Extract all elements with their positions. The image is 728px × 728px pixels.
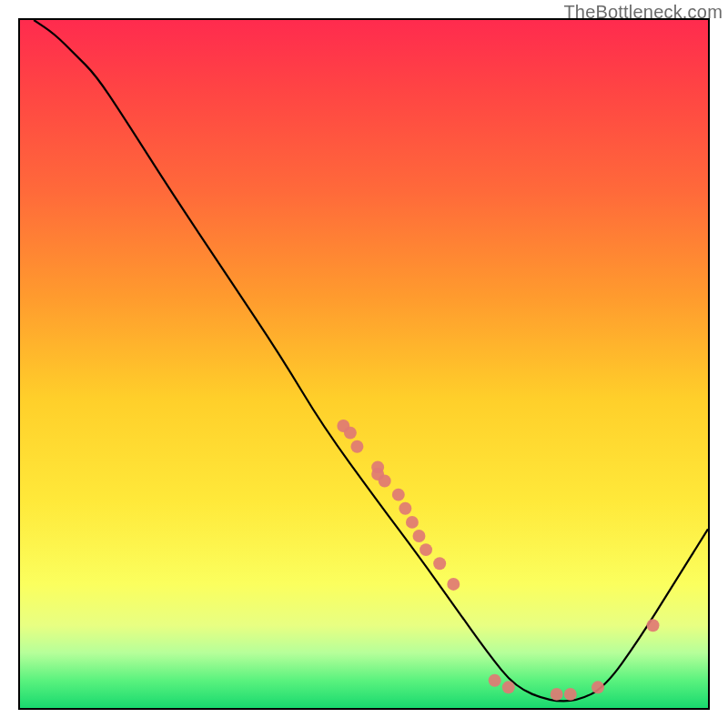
data-marker bbox=[502, 681, 515, 693]
data-marker bbox=[420, 543, 432, 556]
data-marker bbox=[592, 681, 604, 693]
data-marker bbox=[344, 427, 357, 440]
data-marker bbox=[406, 516, 419, 529]
data-marker bbox=[564, 688, 577, 701]
data-marker bbox=[399, 502, 411, 515]
data-marker bbox=[379, 475, 391, 488]
data-marker bbox=[433, 557, 446, 570]
curve-line bbox=[34, 20, 708, 701]
data-marker bbox=[647, 619, 660, 632]
data-markers bbox=[337, 420, 659, 701]
data-marker bbox=[350, 440, 363, 453]
chart-plot-area bbox=[18, 18, 710, 710]
data-marker bbox=[489, 674, 501, 687]
data-marker bbox=[551, 688, 563, 701]
data-marker bbox=[413, 530, 426, 542]
data-marker bbox=[447, 578, 460, 591]
data-marker bbox=[392, 489, 405, 501]
chart-svg bbox=[20, 20, 708, 708]
